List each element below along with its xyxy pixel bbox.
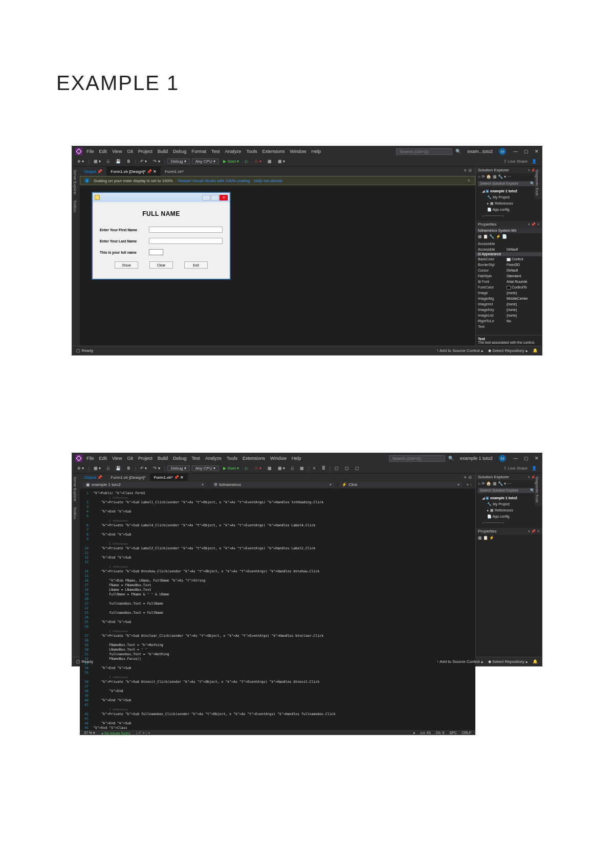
menu-git[interactable]: Git <box>127 456 133 461</box>
split-icon[interactable]: ▾ ÷ <box>467 482 472 487</box>
add-source-control[interactable]: ↑ Add to Source Control ▴ <box>436 659 483 664</box>
start-no-debug-icon[interactable]: ▷ <box>243 159 250 164</box>
maximize-icon[interactable]: ▢ <box>524 149 529 154</box>
solexp-search[interactable]: Search Solution Explore🔍 ▾ <box>478 488 540 493</box>
menu-git[interactable]: Git <box>127 149 133 154</box>
redo-icon[interactable]: ↷ ▾ <box>151 465 162 471</box>
save-all-icon[interactable]: 🗎 <box>125 159 133 164</box>
exit-button[interactable]: Exit <box>184 261 208 269</box>
no-issues[interactable]: ● No issues found <box>101 731 130 735</box>
config-dropdown[interactable]: Debug ▾ <box>167 159 190 164</box>
menu-project[interactable]: Project <box>138 456 152 461</box>
context-event[interactable]: ⚡ Click▾ <box>339 482 463 487</box>
select-repository[interactable]: ◆ Select Repository ▴ <box>488 348 528 353</box>
notif-close-icon[interactable]: ✕ <box>467 179 471 183</box>
toolbox-rail[interactable]: Toolbox <box>73 507 79 519</box>
winform-preview[interactable]: _ ☐ ✕ FULL NAME Enter Your First Name En… <box>92 192 230 279</box>
close-icon[interactable]: ✕ <box>535 456 539 461</box>
toolbar-item[interactable]: ▦ ▾ <box>276 465 287 471</box>
new-item-icon[interactable]: ▦ ▾ <box>92 465 103 471</box>
solution-tree[interactable]: ◢ ▣ example 1 tuto2 🔧 My Project ▸ ▦ Ref… <box>476 494 542 527</box>
diagnostic-tools-rail[interactable]: Diagnostic Tools <box>534 167 542 199</box>
server-explorer-rail[interactable]: Server Explorer <box>73 477 79 502</box>
open-icon[interactable]: ⌸ <box>105 159 112 164</box>
menu-format[interactable]: Format <box>191 149 206 154</box>
start-button[interactable]: ▶ Start ▾ <box>221 465 241 471</box>
user-avatar-icon[interactable]: M <box>499 148 506 155</box>
outdent-icon[interactable]: ≣ <box>320 465 327 471</box>
menu-build[interactable]: Build <box>158 149 168 154</box>
minimize-icon[interactable]: — <box>513 456 518 461</box>
search-icon[interactable]: 🔍 <box>455 149 461 154</box>
live-share-button[interactable]: ⇪ Live Share <box>503 159 528 164</box>
menu-test[interactable]: Test <box>191 456 200 461</box>
tab-overflow-icon[interactable]: ▾ ⊕ <box>461 167 475 176</box>
menu-debug[interactable]: Debug <box>173 149 187 154</box>
menu-file[interactable]: File <box>86 456 94 461</box>
properties-toolbar[interactable]: ▦ 📋 🔧 ⚡ 📄 <box>476 233 542 240</box>
menu-window[interactable]: Window <box>290 149 306 154</box>
properties-object[interactable]: fullnamebox System.Wir <box>476 228 542 233</box>
save-icon[interactable]: 💾 <box>114 159 123 164</box>
show-button[interactable]: Show <box>115 261 138 269</box>
menu-extensions[interactable]: Extensions <box>262 149 285 154</box>
open-icon[interactable]: ⌸ <box>105 465 112 471</box>
menu-edit[interactable]: Edit <box>99 456 107 461</box>
properties-grid[interactable]: Accessible AccessibleDefault ⊟ Appearanc… <box>476 240 542 335</box>
uncomment-icon[interactable]: ▢ <box>343 465 351 471</box>
notif-help-link[interactable]: Help me decide <box>254 179 282 183</box>
code-tab[interactable]: Form1.vb* <box>161 167 188 176</box>
design-tab[interactable]: Form1.vb [Design]* 📌 ✕ <box>106 167 161 176</box>
config-dropdown[interactable]: Debug ▾ <box>167 465 190 471</box>
nav-back-icon[interactable]: ⊕ ▾ <box>75 159 86 164</box>
solexp-toolbar[interactable]: ⌂ ⟳ 🏠 ▦ 🔧 ▾ ⋯ <box>476 480 542 487</box>
menu-project[interactable]: Project <box>138 149 152 154</box>
minimize-icon[interactable]: — <box>513 149 518 154</box>
toolbar-item[interactable]: ▦ <box>266 465 274 471</box>
solexp-toolbar[interactable]: ⌂ ⟳ 🏠 ▦ 🔧 ▾ ⋯ <box>476 173 542 180</box>
last-name-label[interactable]: Enter Your Last Name <box>100 239 145 243</box>
menu-tools[interactable]: Tools <box>247 149 257 154</box>
platform-dropdown[interactable]: Any CPU ▾ <box>192 159 219 164</box>
comment-icon[interactable]: ▢ <box>333 465 341 471</box>
properties-toolbar[interactable]: ▦ 📋 ⚡ <box>476 535 542 541</box>
output-tab[interactable]: Output 📌 <box>80 167 106 176</box>
search-icon[interactable]: 🔍 <box>448 456 454 461</box>
code-editor[interactable]: 1234567891011121314151617181920212223242… <box>80 489 475 730</box>
context-project[interactable]: ▣ example 1 tuto2▾ <box>83 482 207 487</box>
toolbox-rail[interactable]: Toolbox <box>73 200 79 212</box>
code-tab[interactable]: Form1.vb* 📌 ✕ <box>150 474 188 481</box>
toolbar-item[interactable]: ▦ <box>266 159 274 164</box>
add-source-control[interactable]: ↑ Add to Source Control ▴ <box>436 348 483 353</box>
bookmark-icon[interactable]: ▢ <box>353 465 361 471</box>
menu-debug[interactable]: Debug <box>173 456 187 461</box>
menu-analyze[interactable]: Analyze <box>225 149 242 154</box>
tab-overflow-icon[interactable]: ▾ ⊕ <box>461 474 475 481</box>
start-button[interactable]: ▶ Start ▾ <box>221 159 241 164</box>
diagnostic-tools-rail[interactable]: Diagnostic Tools <box>534 474 542 506</box>
first-name-label[interactable]: Enter Your First Name <box>100 228 145 232</box>
notif-restart-link[interactable]: Restart Visual Studio with 100% scaling <box>178 179 250 183</box>
menu-extensions[interactable]: Extensions <box>243 456 265 461</box>
menu-build[interactable]: Build <box>158 456 168 461</box>
solution-tree[interactable]: ◢ ▣ example 1 tuto2 🔧 My Project ▸ ▦ Ref… <box>476 187 542 220</box>
nav-back-icon[interactable]: ⊕ ▾ <box>75 465 86 471</box>
notifications-icon[interactable]: 🔔 <box>533 348 538 353</box>
live-share-button[interactable]: ⇪ Live Share <box>503 466 528 471</box>
menu-file[interactable]: File <box>86 149 94 154</box>
menu-tools[interactable]: Tools <box>227 456 237 461</box>
form-designer-surface[interactable]: _ ☐ ✕ FULL NAME Enter Your First Name En… <box>80 185 475 346</box>
user-avatar-icon[interactable]: M <box>499 455 506 462</box>
menu-test[interactable]: Test <box>211 149 220 154</box>
menu-window[interactable]: Window <box>270 456 287 461</box>
platform-dropdown[interactable]: Any CPU ▾ <box>192 465 219 471</box>
select-repository[interactable]: ◆ Select Repository ▴ <box>488 659 528 664</box>
notifications-icon[interactable]: 🔔 <box>533 659 538 664</box>
new-item-icon[interactable]: ▦ ▾ <box>92 159 103 164</box>
menu-view[interactable]: View <box>112 149 122 154</box>
search-input[interactable]: Search (Ctrl+Q) <box>396 148 452 155</box>
menu-view[interactable]: View <box>112 456 122 461</box>
save-all-icon[interactable]: 🗎 <box>125 465 133 471</box>
save-icon[interactable]: 💾 <box>114 465 123 471</box>
clear-button[interactable]: Clear <box>149 261 173 269</box>
